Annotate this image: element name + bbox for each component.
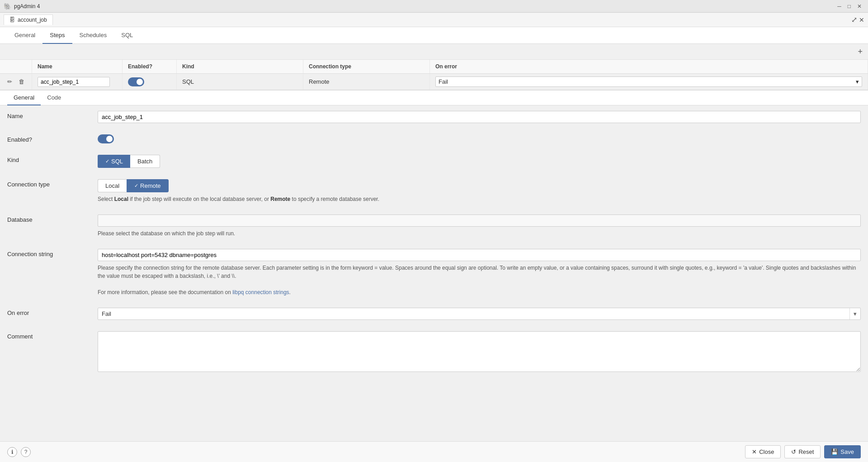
database-input[interactable] — [98, 214, 861, 227]
form-row-connection-type: Connection type Local ✓ Remote — [0, 174, 868, 209]
row-conntype-cell: Remote — [303, 74, 430, 90]
col-header-conntype: Connection type — [303, 60, 430, 74]
connection-type-label: Connection type — [7, 179, 98, 188]
remote-checkmark: ✓ — [134, 183, 138, 189]
close-label: Close — [759, 448, 774, 455]
row-name-cell: acc_job_step_1 — [32, 74, 123, 90]
window-tab-bar: 🗄 account_job ⤢ ✕ — [0, 13, 868, 27]
minimize-button[interactable]: ─ — [835, 2, 844, 10]
database-hint: Please select the database on which the … — [98, 229, 861, 238]
on-error-arrow: ▾ — [849, 308, 860, 319]
conn-local-button[interactable]: Local — [98, 179, 127, 192]
kind-sql-button[interactable]: ✓ SQL — [98, 155, 130, 168]
col-header-enabled: Enabled? — [123, 60, 177, 74]
close-window-button[interactable]: ✕ — [854, 2, 864, 10]
enabled-label: Enabled? — [7, 134, 98, 143]
kind-batch-label: Batch — [137, 158, 152, 165]
on-error-label: On error — [7, 308, 98, 316]
conn-remote-button[interactable]: ✓ Remote — [127, 179, 169, 192]
maximize-button[interactable]: □ — [845, 2, 854, 10]
name-label: Name — [7, 111, 98, 119]
tab-sub-code[interactable]: Code — [41, 90, 67, 105]
sub-tab-bar: General Code — [0, 90, 868, 105]
help-icon: ? — [24, 449, 28, 455]
tab-general[interactable]: General — [7, 27, 42, 44]
steps-table: Name Enabled? Kind Connection type On er… — [0, 60, 868, 90]
comment-textarea[interactable] — [98, 331, 861, 372]
close-button[interactable]: ✕ Close — [745, 445, 781, 458]
form-row-kind: Kind ✓ SQL Batch — [0, 149, 868, 174]
main-tab-bar: General Steps Schedules SQL — [0, 27, 868, 44]
onerror-dropdown-arrow: ▾ — [856, 78, 859, 85]
toolbar: + — [0, 44, 868, 60]
enabled-toggle-slider — [98, 134, 114, 143]
reset-button[interactable]: ↺ Reset — [784, 445, 821, 458]
remote-strong: Remote — [270, 196, 290, 202]
save-label: Save — [840, 448, 854, 455]
connection-type-info: Select Local if the job step will execut… — [98, 195, 861, 203]
title-bar: 🐘 pgAdmin 4 ─ □ ✕ — [0, 0, 868, 13]
add-step-button[interactable]: + — [858, 48, 863, 56]
local-strong: Local — [114, 196, 128, 202]
on-error-select[interactable]: Fail ▾ — [98, 308, 861, 320]
kind-button-group: ✓ SQL Batch — [98, 155, 861, 168]
comment-label: Comment — [7, 331, 98, 340]
step-onerror-dropdown[interactable]: Fail ▾ — [435, 76, 862, 87]
kind-sql-label: SQL — [111, 158, 123, 165]
form-area: Name Enabled? — [0, 105, 868, 379]
reset-icon: ↺ — [791, 448, 796, 455]
connection-string-label: Connection string — [7, 249, 98, 257]
step-onerror-value: Fail — [439, 78, 448, 85]
footer: ℹ ? ✕ Close ↺ Reset 💾 Save — [0, 441, 868, 462]
row-kind-cell: SQL — [177, 74, 303, 90]
delete-step-button[interactable]: 🗑 — [17, 77, 26, 86]
connection-string-hint: Please specify the connection string for… — [98, 264, 861, 296]
kind-label: Kind — [7, 155, 98, 163]
info-icon: ℹ — [11, 449, 14, 455]
form-scroll-area: Name Enabled? — [0, 105, 868, 462]
step-name-input[interactable]: acc_job_step_1 — [38, 77, 110, 87]
on-error-control: Fail ▾ — [98, 308, 861, 320]
row-actions: ✏ 🗑 — [0, 74, 32, 90]
database-control: Please select the database on which the … — [98, 214, 861, 238]
close-tab-button[interactable]: ✕ — [859, 15, 864, 24]
save-icon: 💾 — [831, 448, 838, 455]
row-onerror-cell: Fail ▾ — [430, 74, 868, 90]
form-row-on-error: On error Fail ▾ — [0, 302, 868, 326]
tab-steps[interactable]: Steps — [42, 27, 72, 44]
form-row-name: Name — [0, 105, 868, 129]
col-header-onerror: On error — [430, 60, 868, 74]
col-header-kind: Kind — [177, 60, 303, 74]
window-tab-icon: 🗄 — [9, 17, 15, 23]
form-row-comment: Comment — [0, 326, 868, 379]
libpq-link[interactable]: libpq connection strings — [232, 289, 289, 295]
name-input[interactable] — [98, 111, 861, 123]
toggle-slider — [128, 77, 144, 86]
kind-batch-button[interactable]: Batch — [130, 155, 160, 168]
close-icon: ✕ — [752, 448, 757, 455]
tab-sub-general[interactable]: General — [7, 90, 41, 105]
expand-button[interactable]: ⤢ — [851, 15, 857, 24]
enabled-control — [98, 134, 861, 143]
enabled-toggle[interactable] — [98, 134, 114, 143]
info-button[interactable]: ℹ — [7, 447, 17, 457]
step-conntype-value: Remote — [309, 78, 330, 85]
kind-control: ✓ SQL Batch — [98, 155, 861, 168]
connection-string-input[interactable]: host=localhost port=5432 dbname=postgres — [98, 249, 861, 261]
tab-schedules[interactable]: Schedules — [72, 27, 114, 44]
row-enabled-cell — [123, 74, 177, 90]
form-row-connection-string: Connection string host=localhost port=54… — [0, 243, 868, 302]
footer-left: ℹ ? — [7, 447, 31, 457]
connection-type-button-group: Local ✓ Remote — [98, 179, 861, 192]
connection-string-control: host=localhost port=5432 dbname=postgres… — [98, 249, 861, 296]
comment-control — [98, 331, 861, 373]
save-button[interactable]: 💾 Save — [824, 445, 861, 458]
step-enabled-toggle[interactable] — [128, 77, 144, 86]
tab-sql[interactable]: SQL — [114, 27, 140, 44]
window-tab[interactable]: 🗄 account_job — [4, 14, 53, 25]
help-button[interactable]: ? — [21, 447, 31, 457]
database-label: Database — [7, 214, 98, 223]
edit-step-button[interactable]: ✏ — [5, 77, 14, 86]
table-row: ✏ 🗑 acc_job_step_1 — [0, 74, 868, 90]
reset-label: Reset — [798, 448, 814, 455]
